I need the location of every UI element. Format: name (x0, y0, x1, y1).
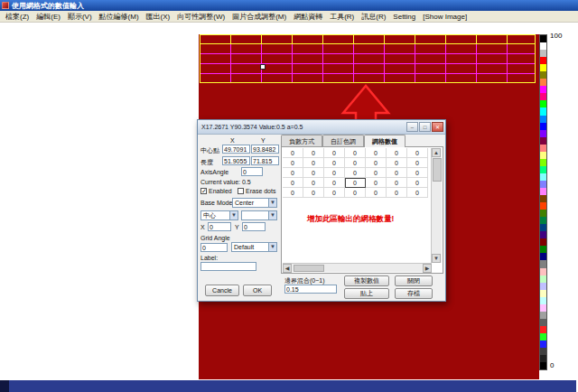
palette-color-swatch[interactable] (540, 152, 546, 159)
grid-cell[interactable]: 0 (345, 178, 366, 188)
palette-color-swatch[interactable] (540, 275, 546, 283)
label-field[interactable] (200, 262, 256, 271)
grid-cell[interactable]: 0 (324, 158, 345, 168)
palette-color-swatch[interactable] (540, 42, 546, 50)
palette-color-swatch[interactable] (540, 100, 546, 107)
palette-color-swatch[interactable] (540, 246, 546, 253)
blend-field[interactable] (284, 285, 337, 294)
cancel-button[interactable]: Cancle (205, 285, 239, 296)
palette-color-swatch[interactable] (540, 195, 546, 202)
length-y-field[interactable] (251, 156, 279, 165)
grid-angle-mode-select[interactable]: Default ▼ (231, 242, 277, 252)
grid-cell[interactable]: 0 (303, 158, 324, 168)
palette-color-swatch[interactable] (540, 137, 546, 145)
grid-cell[interactable]: 0 (366, 148, 387, 158)
menu-item[interactable]: 匯出(X) (143, 12, 174, 22)
length-x-field[interactable] (222, 156, 250, 165)
menu-item[interactable]: Setting (389, 13, 419, 21)
grid-cell[interactable]: 0 (366, 168, 387, 178)
palette-color-swatch[interactable] (540, 130, 546, 137)
scroll-up-icon[interactable]: ▲ (432, 148, 441, 157)
palette-color-swatch[interactable] (540, 71, 546, 79)
grid-cell[interactable]: 0 (345, 158, 366, 168)
palette-color-swatch[interactable] (540, 290, 546, 297)
scroll-right-icon[interactable]: ▶ (423, 264, 432, 273)
minimize-icon[interactable]: – (406, 122, 418, 132)
dialog-titlebar[interactable]: X17.2671 Y90.3574 Value:0.5 a=0.5 – □ ✕ (198, 120, 445, 135)
grid-selection-handle[interactable] (260, 64, 266, 70)
palette-color-swatch[interactable] (540, 57, 546, 64)
palette-color-swatch[interactable] (540, 202, 546, 210)
palette-color-swatch[interactable] (540, 362, 546, 369)
horizontal-scrollbar[interactable]: ◀ ▶ (283, 263, 432, 272)
grid-cell[interactable]: 0 (387, 148, 407, 158)
palette-color-swatch[interactable] (540, 348, 546, 355)
palette-color-swatch[interactable] (540, 64, 546, 71)
palette-color-swatch[interactable] (540, 93, 546, 100)
grid-cell[interactable]: 0 (366, 178, 387, 188)
grid-cell[interactable]: 0 (345, 168, 366, 178)
grid-cell[interactable]: 0 (303, 148, 324, 158)
close-button[interactable]: 關閉 (395, 275, 433, 286)
grid-cell[interactable]: 0 (283, 188, 303, 198)
grid-cell[interactable]: 0 (387, 158, 407, 168)
grid-cell[interactable]: 0 (366, 158, 387, 168)
grid-cell[interactable]: 0 (407, 188, 428, 198)
palette-color-swatch[interactable] (540, 224, 546, 231)
menu-item[interactable]: [Show Image] (419, 13, 471, 21)
palette-color-swatch[interactable] (540, 217, 546, 224)
grid-cell[interactable]: 0 (407, 178, 428, 188)
palette-color-swatch[interactable] (540, 50, 546, 57)
grid-cell[interactable]: 0 (387, 168, 407, 178)
grid-cell[interactable]: 0 (366, 188, 387, 198)
palette-color-swatch[interactable] (540, 181, 546, 188)
close-icon[interactable]: ✕ (432, 122, 443, 132)
palette-color-swatch[interactable] (540, 341, 546, 348)
palette-color-swatch[interactable] (540, 231, 546, 238)
axis-angle-field[interactable] (241, 167, 263, 176)
palette-color-swatch[interactable] (540, 166, 546, 173)
palette-color-swatch[interactable] (540, 159, 546, 166)
grid-value-dialog[interactable]: X17.2671 Y90.3574 Value:0.5 a=0.5 – □ ✕ … (197, 119, 446, 302)
center-y-field[interactable] (251, 145, 279, 154)
grid-cell[interactable]: 0 (303, 168, 324, 178)
copy-values-button[interactable]: 複製數值 (344, 275, 389, 286)
erase-dots-checkbox[interactable]: Erase dots (238, 188, 275, 194)
grid-cell[interactable]: 0 (345, 188, 366, 198)
secondary-select[interactable]: ▼ (241, 210, 277, 220)
palette-color-swatch[interactable] (540, 145, 546, 152)
palette-color-swatch[interactable] (540, 283, 546, 290)
window-titlebar[interactable]: 使用網格式的數值輸入 (0, 0, 578, 11)
menu-item[interactable]: 網點資轉 (290, 12, 326, 22)
palette-color-swatch[interactable] (540, 355, 546, 362)
palette-color-swatch[interactable] (540, 268, 546, 275)
palette-color-swatch[interactable] (540, 173, 546, 181)
grid-cell[interactable]: 0 (283, 168, 303, 178)
palette-color-swatch[interactable] (540, 123, 546, 130)
grid-cell[interactable]: 0 (283, 158, 303, 168)
palette-color-swatch[interactable] (540, 210, 546, 217)
save-button[interactable]: 存檔 (395, 288, 433, 299)
grid-cell[interactable]: 0 (324, 188, 345, 198)
output-grid-region[interactable] (200, 34, 536, 83)
menu-item[interactable]: 工具(R) (326, 12, 358, 22)
menu-item[interactable]: 圖片合成調整(M) (228, 12, 290, 22)
tab-3[interactable]: 調格數值 (364, 135, 406, 147)
enabled-checkbox[interactable]: ✓ Enabled (200, 188, 232, 194)
scroll-down-icon[interactable]: ▼ (432, 254, 441, 263)
tab-1[interactable]: 負數方式 (281, 135, 322, 146)
vertical-scrollbar[interactable]: ▲ ▼ (431, 148, 442, 263)
grid-cell[interactable]: 0 (324, 178, 345, 188)
menu-item[interactable]: 顯示(V) (64, 12, 96, 22)
paste-button[interactable]: 貼上 (344, 288, 389, 299)
palette-color-swatch[interactable] (540, 297, 546, 304)
anchor-select[interactable]: 中心 ▼ (200, 210, 238, 220)
offset-x-field[interactable] (208, 222, 231, 231)
grid-cell[interactable]: 0 (407, 158, 428, 168)
maximize-icon[interactable]: □ (419, 122, 431, 132)
grid-cell[interactable]: 0 (283, 178, 303, 188)
palette-color-swatch[interactable] (540, 79, 546, 86)
grid-cell[interactable]: 0 (303, 188, 324, 198)
grid-cell[interactable]: 0 (387, 178, 407, 188)
menu-item[interactable]: 檔案(Z) (2, 12, 33, 22)
